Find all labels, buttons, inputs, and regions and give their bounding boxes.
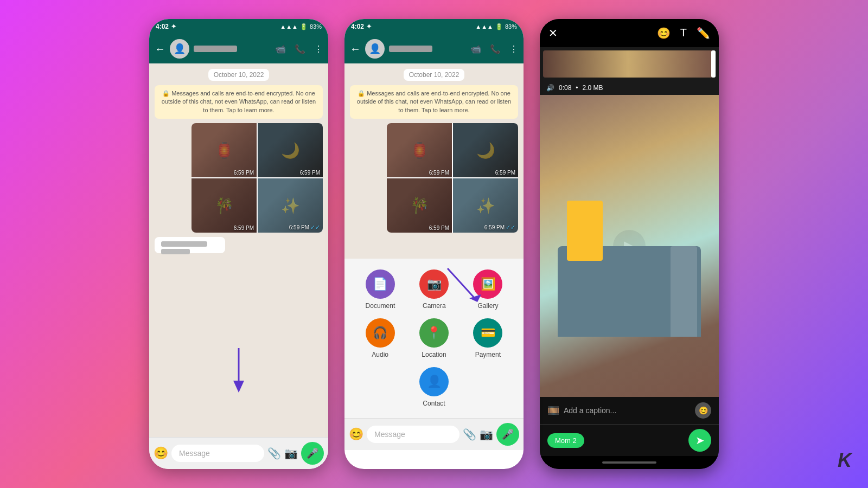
photo-cell-2[interactable]: 🌙 6:59 PM [258, 123, 323, 177]
mic-button-2[interactable]: 🎤 [496, 423, 519, 446]
emoji-button-1[interactable]: 😊 [154, 446, 168, 460]
camera-button-1[interactable]: 📷 [284, 447, 298, 460]
contact-icon-circle: 👤 [419, 367, 449, 396]
document-label: Document [366, 302, 395, 310]
status-bar-1: 4:02 ✦ ▲▲▲ 🔋 83% [149, 19, 328, 34]
camera-button-2[interactable]: 📷 [480, 428, 493, 441]
attach-button-2[interactable]: 📎 [463, 428, 476, 441]
contact-label: Contact [423, 400, 445, 407]
title-bar-1: ← 👤 📹 📞 ⋮ [149, 34, 328, 63]
message-input-1[interactable]: Message [171, 445, 264, 462]
status-right-2: ▲▲▲ 🔋 83% [475, 23, 517, 30]
double-check-1: ✓✓ [310, 224, 320, 231]
document-icon-circle: 📄 [366, 269, 395, 299]
back-button-1[interactable]: ← [155, 43, 165, 55]
video-toolbar: ✕ 😊 T ✏️ [540, 19, 719, 47]
side-table [671, 246, 698, 337]
img-time-2: 6:59 PM [300, 170, 320, 176]
video-call-icon-1[interactable]: 📹 [275, 44, 286, 54]
blur-line-2 [161, 249, 190, 254]
location-label: Location [422, 351, 446, 358]
img-grid-2: 🏮 6:59 PM 🌙 6:59 PM 🎋 6:59 PM ✨ 6:59 PM … [387, 123, 518, 233]
status-time-1: 4:02 ✦ [156, 23, 176, 30]
contact-name-1 [194, 46, 271, 52]
emoji-icon-video[interactable]: 😊 [657, 27, 671, 40]
encryption-notice-2: 🔒 Messages and calls are end-to-end encr… [350, 85, 518, 119]
send-to-bar: Mom 2 ➤ [540, 424, 719, 456]
battery-pct-1: 83% [310, 23, 322, 30]
attach-item-camera[interactable]: 📷 Camera [419, 269, 449, 310]
attach-button-1[interactable]: 📎 [267, 447, 281, 460]
attach-item-location[interactable]: 📍 Location [419, 318, 449, 358]
send-to-label[interactable]: Mom 2 [547, 433, 584, 448]
nav-bar-3 [540, 456, 719, 469]
battery-icon: 🔋 [300, 23, 308, 30]
text-icon-video[interactable]: T [680, 27, 687, 40]
photo-cell-4[interactable]: ✨ 6:59 PM ✓✓ [258, 178, 323, 233]
audio-icon-circle: 🎧 [366, 318, 395, 348]
camera-label: Camera [423, 302, 446, 310]
payment-label: Payment [475, 351, 501, 358]
back-button-2[interactable]: ← [350, 43, 361, 55]
video-play-area[interactable]: ▶ [540, 95, 719, 397]
close-button-video[interactable]: ✕ [548, 27, 558, 40]
date-badge-2: October 10, 2022 [404, 69, 465, 81]
emoji-button-2[interactable]: 😊 [349, 427, 363, 441]
attach-item-contact[interactable]: 👤 Contact [419, 367, 449, 407]
mic-button-1[interactable]: 🎤 [301, 442, 324, 465]
phone-call-icon-1[interactable]: 📞 [295, 44, 305, 54]
audio-icon: 🎧 [373, 326, 387, 340]
video-info-bar: 🔊 0:08 • 2.0 MB [540, 81, 719, 95]
img-time-4: 6:59 PM ✓✓ [289, 224, 320, 231]
document-icon: 📄 [373, 277, 387, 291]
time-1: 4:02 [156, 23, 169, 30]
image-group-1[interactable]: 🏮 6:59 PM 🌙 6:59 PM 🎋 6:59 PM [192, 123, 323, 233]
pencil-icon-video[interactable]: ✏️ [697, 27, 710, 40]
arrow-svg-1 [228, 348, 250, 397]
chat-area-2: October 10, 2022 🔒 Messages and calls ar… [344, 63, 524, 259]
attach-row-2: 🎧 Audio 📍 Location 💳 Payment [353, 318, 515, 358]
phone-1: 4:02 ✦ ▲▲▲ 🔋 83% ← 👤 📹 📞 ⋮ October 10, 2… [149, 19, 328, 469]
photo-cell-2-3[interactable]: 🎋 6:59 PM [387, 178, 452, 233]
attach-row-3: 👤 Contact [353, 367, 515, 407]
payment-icon-circle: 💳 [473, 318, 502, 348]
photo-cell-3[interactable]: 🎋 6:59 PM [192, 178, 257, 233]
mic-icon-2: 🎤 [502, 428, 514, 440]
photo-cell-2-2[interactable]: 🌙 6:59 PM [453, 123, 518, 177]
attach-item-audio[interactable]: 🎧 Audio [366, 318, 395, 358]
image-group-2[interactable]: 🏮 6:59 PM 🌙 6:59 PM 🎋 6:59 PM ✨ 6:59 PM … [387, 123, 518, 233]
signal-icon: ▲▲▲ [280, 23, 298, 30]
battery-pct-2: 83% [505, 23, 517, 30]
more-options-icon-1[interactable]: ⋮ [314, 44, 323, 54]
phone-call-icon-2[interactable]: 📞 [490, 44, 501, 54]
video-call-icon-2[interactable]: 📹 [470, 44, 481, 54]
gallery-icon: 🖼️ [481, 277, 495, 291]
send-button[interactable]: ➤ [688, 429, 711, 452]
attach-item-payment[interactable]: 💳 Payment [473, 318, 502, 358]
bottom-bar-2: 😊 Message 📎 📷 🎤 [344, 418, 524, 450]
attach-item-gallery[interactable]: 🖼️ Gallery [473, 269, 502, 310]
photo-cell-2-4[interactable]: ✨ 6:59 PM ✓✓ [453, 178, 518, 233]
avatar-1: 👤 [170, 39, 189, 59]
signal-icon-2: ▲▲▲ [475, 23, 493, 30]
caption-emoji-btn[interactable]: 😊 [695, 402, 711, 419]
message-placeholder-1: Message [179, 449, 210, 458]
more-options-icon-2[interactable]: ⋮ [509, 44, 518, 54]
cushion-yellow [567, 201, 603, 261]
img-time-1: 6:59 PM [234, 170, 254, 176]
photo-deco-3: 🎋 [215, 197, 234, 215]
message-input-2[interactable]: Message [367, 426, 459, 443]
time-2: 4:02 [351, 23, 364, 30]
location-icon: 📍 [426, 326, 441, 340]
bottom-bar-1: 😊 Message 📎 📷 🎤 [149, 437, 328, 469]
sound-icon-video[interactable]: 🔊 [546, 84, 554, 92]
watermark-k: K [838, 449, 852, 472]
photo-cell-1[interactable]: 🏮 6:59 PM [192, 123, 257, 177]
caption-input[interactable]: Add a caption... [564, 406, 691, 415]
photo-cell-2-1[interactable]: 🏮 6:59 PM [387, 123, 452, 177]
attach-item-document[interactable]: 📄 Document [366, 269, 395, 310]
attach-row-1: 📄 Document 📷 Camera 🖼️ Gallery [353, 269, 515, 310]
video-thumb-strip [543, 50, 713, 78]
title-icons-2: 📹 📞 ⋮ [470, 44, 518, 54]
video-scrubber[interactable] [711, 50, 716, 78]
